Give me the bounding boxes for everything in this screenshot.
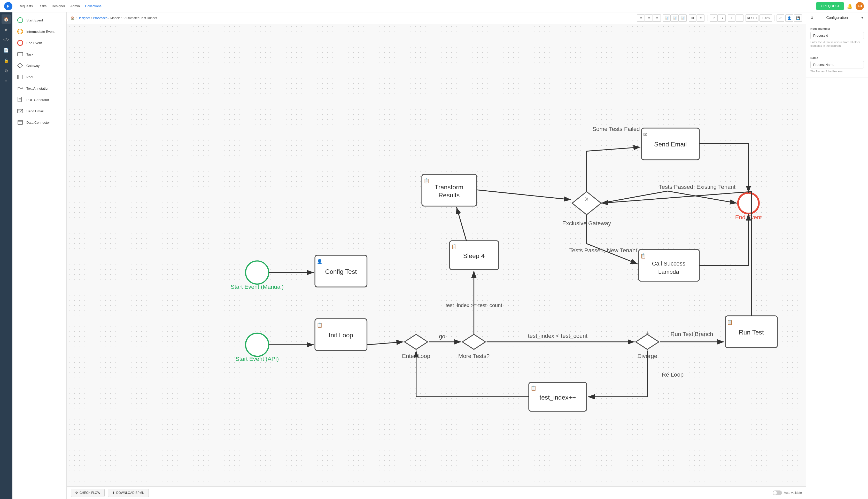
element-pool[interactable]: Pool (12, 71, 66, 83)
align-toolbar-group: ≡ ≡ ≡ (637, 14, 661, 22)
breadcrumb-designer[interactable]: Designer (77, 16, 90, 20)
chart-btn-1[interactable]: 📊 (663, 14, 671, 22)
sidebar-play-icon[interactable]: ▶ (2, 25, 11, 34)
grid-btn[interactable]: ⊞ (689, 14, 696, 22)
element-start-event[interactable]: Start Event (12, 14, 66, 26)
text-annotation-icon: [Text] (16, 85, 24, 92)
sidebar-doc-icon[interactable]: 📄 (2, 46, 11, 55)
element-data-connector[interactable]: Data Connector (12, 117, 66, 128)
element-pdf-generator[interactable]: PDF Generator (12, 94, 66, 105)
nav-requests[interactable]: Requests (19, 4, 33, 8)
svg-text:📋: 📋 (727, 319, 733, 325)
align-left-btn[interactable]: ≡ (637, 14, 645, 22)
align-right-btn[interactable]: ≡ (653, 14, 661, 22)
data-connector-icon (16, 119, 24, 126)
notification-bell-icon[interactable]: 🔔 (847, 3, 853, 9)
elements-list: Start Event Intermediate Event End Event… (12, 12, 66, 499)
name-input[interactable] (810, 61, 864, 69)
start-event-api-shape[interactable] (246, 333, 269, 356)
start-event-manual-shape[interactable] (246, 261, 269, 284)
enter-loop-gateway-shape[interactable] (405, 334, 428, 350)
breadcrumb-processes[interactable]: Processes (93, 16, 108, 20)
person-btn[interactable]: 👤 (785, 14, 793, 22)
element-gateway[interactable]: Gateway (12, 60, 66, 71)
zoom-level: 100% (759, 14, 772, 22)
app-logo: P (4, 2, 12, 10)
end-event-shape[interactable] (738, 193, 759, 214)
save-btn[interactable]: 💾 (794, 14, 802, 22)
reset-btn[interactable]: RESET (746, 14, 758, 22)
svg-text:📋: 📋 (424, 178, 430, 184)
home-breadcrumb-icon[interactable]: 🏠 (71, 16, 75, 20)
sidebar-list-icon[interactable]: ≡ (2, 76, 11, 86)
svg-point-3 (17, 40, 23, 46)
check-flow-button[interactable]: ⚙ CHECK FLOW (71, 489, 105, 497)
nav-tasks[interactable]: Tasks (38, 4, 47, 8)
zoom-in-btn[interactable]: + (728, 14, 735, 22)
svg-text:👤: 👤 (317, 259, 323, 265)
breadcrumb-current: Automated Test Runner (124, 16, 157, 20)
svg-text:📋: 📋 (640, 253, 646, 259)
user-avatar[interactable]: AU (856, 2, 864, 10)
chart-btn-3[interactable]: 📊 (679, 14, 687, 22)
request-button[interactable]: + REQUEST (816, 2, 844, 10)
collapse-icon[interactable]: ▼ (860, 16, 864, 20)
redo-btn[interactable]: ↪ (718, 14, 726, 22)
element-task[interactable]: Task (12, 49, 66, 60)
nav-collections[interactable]: Collections (85, 4, 101, 8)
node-id-label: Node Identifier (810, 27, 864, 30)
nav-designer[interactable]: Designer (52, 4, 65, 8)
chart-btn-2[interactable]: 📊 (671, 14, 678, 22)
sidebar-lock-icon[interactable]: 🔒 (2, 56, 11, 65)
arrow-sleep-transform (456, 207, 466, 241)
element-intermediate-event[interactable]: Intermediate Event (12, 26, 66, 37)
svg-text:📋: 📋 (317, 322, 323, 328)
auto-validate-toggle[interactable] (773, 490, 782, 495)
list-btn[interactable]: ≡ (697, 14, 705, 22)
svg-rect-9 (18, 97, 22, 102)
bpmn-diagram: Start Event (Manual) Start Event (API) 👤… (66, 24, 806, 486)
check-flow-icon: ⚙ (75, 491, 78, 495)
node-id-input[interactable] (810, 32, 864, 39)
icon-sidebar: 🏠 ▶ </> 📄 🔒 ⚙ ≡ (0, 12, 12, 499)
config-test-label: Config Test (325, 268, 357, 275)
more-tests-gateway-shape[interactable] (462, 334, 486, 350)
view-toolbar-group: ⊞ ≡ (689, 14, 705, 22)
toggle-knob (773, 491, 777, 495)
nav-links: Requests Tasks Designer Admin Collection… (19, 4, 101, 8)
element-send-email[interactable]: Send Email (12, 105, 66, 117)
sleep4-label: Sleep 4 (463, 252, 485, 259)
sidebar-settings-icon[interactable]: ⚙ (2, 66, 11, 75)
nav-admin[interactable]: Admin (70, 4, 80, 8)
right-panel-header: ⚙ Configuration ▼ (806, 12, 868, 23)
init-loop-label: Init Loop (329, 332, 353, 339)
sidebar-home-icon[interactable]: 🏠 (2, 14, 11, 24)
start-event-api-label: Start Event (API) (236, 356, 279, 362)
test-index-gte-label: test_index >= test_count (445, 302, 502, 308)
arrow-success-end (699, 214, 748, 266)
zoom-out-btn[interactable]: − (736, 14, 744, 22)
expand-btn[interactable]: ⤢ (777, 14, 784, 22)
pdf-generator-icon (16, 96, 24, 103)
sidebar-code-icon[interactable]: </> (2, 35, 11, 45)
canvas-area[interactable]: Start Event (Manual) Start Event (API) 👤… (66, 24, 806, 486)
name-hint: The Name of the Process (810, 70, 864, 73)
transform-label-2: Results (438, 192, 460, 199)
element-text-annotation[interactable]: [Text] Text Annotation (12, 83, 66, 94)
tests-passed-new-label: Tests Passed, New Tenant (570, 247, 638, 254)
go-label: go (439, 333, 445, 340)
align-center-btn[interactable]: ≡ (645, 14, 653, 22)
svg-rect-13 (18, 120, 23, 124)
right-panel: ⚙ Configuration ▼ Node Identifier Enter … (806, 12, 868, 499)
tests-passed-existing-label: Tests Passed, Existing Tenant (659, 184, 735, 190)
download-bpmn-button[interactable]: ⬇ DOWNLOAD BPMN (108, 489, 149, 497)
main-layout: 🏠 ▶ </> 📄 🔒 ⚙ ≡ Start Event Intermediate… (0, 12, 868, 499)
svg-text:✉: ✉ (643, 132, 647, 137)
element-end-event[interactable]: End Event (12, 37, 66, 49)
undo-btn[interactable]: ↩ (710, 14, 718, 22)
breadcrumb: 🏠 / Designer / Processes / Modeler / Aut… (71, 16, 157, 20)
run-test-label: Run Test (739, 329, 764, 336)
chart-toolbar-group: 📊 📊 📊 (663, 14, 687, 22)
start-event-manual-label: Start Event (Manual) (231, 283, 284, 290)
intermediate-event-icon (16, 28, 24, 35)
